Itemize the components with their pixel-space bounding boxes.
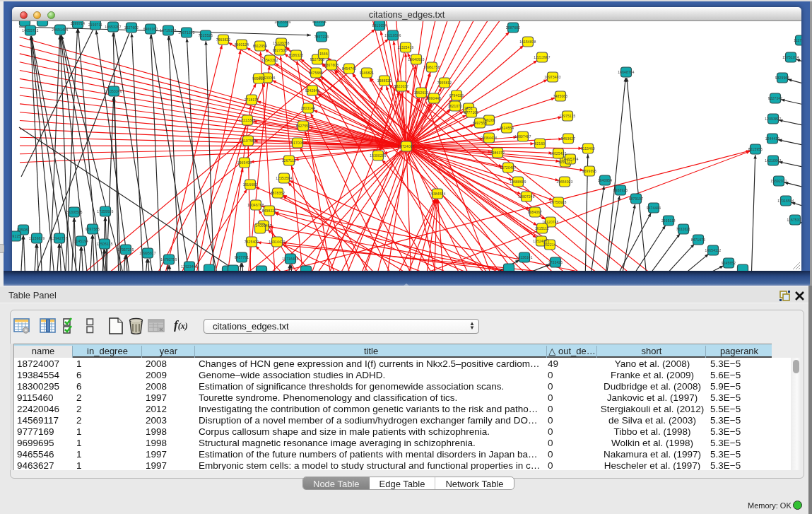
svg-text:14136141: 14136141 — [516, 256, 532, 259]
svg-text:1117334: 1117334 — [794, 39, 801, 42]
svg-text:8938923: 8938923 — [613, 189, 628, 192]
svg-text:10807487: 10807487 — [514, 135, 531, 139]
svg-text:7955812: 7955812 — [437, 81, 452, 85]
svg-text:917006: 917006 — [291, 141, 304, 145]
svg-text:20206505: 20206505 — [66, 211, 82, 214]
svg-text:10025433: 10025433 — [550, 152, 566, 156]
svg-text:12505135: 12505135 — [96, 243, 112, 246]
svg-text:6879197: 6879197 — [629, 197, 644, 201]
svg-text:15716485: 15716485 — [282, 257, 298, 261]
svg-text:8427552: 8427552 — [296, 124, 311, 128]
svg-text:3624554: 3624554 — [500, 127, 514, 130]
svg-text:835081: 835081 — [17, 228, 30, 232]
svg-text:9084067: 9084067 — [528, 211, 543, 214]
svg-text:39125: 39125 — [12, 235, 20, 238]
svg-text:9777169: 9777169 — [464, 111, 479, 115]
svg-text:16033809: 16033809 — [274, 21, 290, 24]
svg-text:12093822: 12093822 — [765, 117, 781, 121]
svg-text:9245652: 9245652 — [722, 262, 736, 265]
svg-text:12942757: 12942757 — [51, 237, 67, 240]
svg-text:7663822: 7663822 — [216, 38, 231, 42]
svg-text:8498222: 8498222 — [262, 209, 277, 213]
svg-text:11675317: 11675317 — [787, 218, 802, 222]
svg-text:1615112: 1615112 — [535, 227, 549, 230]
svg-text:2935114: 2935114 — [661, 219, 676, 223]
svg-text:15300205: 15300205 — [370, 154, 386, 158]
svg-text:14099489: 14099489 — [255, 224, 271, 228]
svg-text:14495794: 14495794 — [562, 158, 578, 161]
svg-text:12213967: 12213967 — [534, 56, 550, 59]
svg-text:18807249: 18807249 — [518, 195, 534, 199]
svg-text:16543382: 16543382 — [261, 59, 278, 62]
svg-text:10653267: 10653267 — [105, 25, 121, 29]
svg-text:2199711: 2199711 — [88, 23, 102, 27]
svg-text:1621072: 1621072 — [448, 105, 463, 108]
svg-text:6497568: 6497568 — [473, 122, 488, 125]
svg-text:9146821: 9146821 — [360, 71, 375, 75]
svg-text:16914479: 16914479 — [269, 240, 285, 244]
svg-text:7857224: 7857224 — [314, 35, 329, 39]
svg-text:1640954: 1640954 — [598, 179, 613, 182]
svg-text:16671355: 16671355 — [178, 31, 194, 35]
svg-text:62160: 62160 — [535, 142, 546, 146]
svg-text:2803144: 2803144 — [301, 107, 316, 110]
svg-text:9227342: 9227342 — [768, 97, 783, 100]
svg-text:10973493: 10973493 — [544, 76, 560, 79]
svg-text:16210643: 16210643 — [765, 159, 781, 163]
svg-text:16120746: 16120746 — [542, 221, 558, 224]
svg-text:8912954: 8912954 — [253, 45, 268, 48]
svg-text:8990448: 8990448 — [427, 97, 442, 100]
svg-text:8454749: 8454749 — [342, 67, 357, 71]
svg-text:9463627: 9463627 — [561, 137, 576, 141]
svg-text:9474444: 9474444 — [647, 206, 661, 210]
svg-text:1244419: 1244419 — [765, 137, 780, 141]
svg-text:5822037: 5822037 — [394, 85, 409, 88]
svg-text:8878352: 8878352 — [271, 192, 286, 195]
svg-text:10756928: 10756928 — [550, 201, 566, 204]
svg-text:12213369: 12213369 — [239, 119, 255, 122]
svg-text:19654923: 19654923 — [556, 180, 572, 184]
svg-text:17016504: 17016504 — [777, 199, 794, 203]
svg-text:9242848: 9242848 — [305, 89, 320, 93]
svg-text:11325419: 11325419 — [398, 46, 414, 49]
svg-text:9329966: 9329966 — [775, 76, 790, 80]
svg-text:2718176: 2718176 — [245, 98, 259, 102]
svg-text:8813054: 8813054 — [372, 24, 387, 28]
svg-text:9355602: 9355602 — [312, 21, 327, 23]
svg-text:7625402: 7625402 — [245, 240, 259, 244]
svg-text:17957255: 17957255 — [117, 248, 134, 252]
svg-text:16648784: 16648784 — [618, 71, 634, 74]
svg-text:9115460: 9115460 — [581, 147, 595, 151]
svg-text:16961758: 16961758 — [423, 66, 440, 69]
svg-text:18724007: 18724007 — [398, 145, 414, 148]
svg-text:19384554: 19384554 — [429, 192, 445, 196]
svg-text:7515526: 7515526 — [199, 34, 213, 37]
svg-text:10719155: 10719155 — [160, 29, 176, 33]
svg-text:1916682: 1916682 — [243, 183, 258, 187]
svg-text:2451: 2451 — [464, 107, 473, 110]
svg-text:19218506: 19218506 — [384, 34, 401, 37]
svg-text:2087682: 2087682 — [506, 26, 521, 30]
svg-text:7986372: 7986372 — [490, 151, 505, 155]
svg-text:8660124: 8660124 — [235, 43, 249, 47]
svg-text:16782759: 16782759 — [160, 258, 177, 262]
svg-text:6466160: 6466160 — [143, 28, 158, 31]
svg-text:10654112: 10654112 — [705, 249, 722, 252]
svg-text:3267110: 3267110 — [282, 159, 296, 163]
svg-text:7485063: 7485063 — [553, 95, 568, 98]
svg-text:9827506: 9827506 — [273, 49, 288, 52]
svg-text:1145194: 1145194 — [74, 240, 88, 243]
svg-text:2399714: 2399714 — [71, 22, 86, 25]
svg-text:17359926: 17359926 — [97, 210, 113, 214]
svg-text:15751074: 15751074 — [782, 56, 799, 59]
svg-text:8215955: 8215955 — [748, 148, 763, 151]
svg-text:2367608: 2367608 — [324, 64, 339, 67]
svg-text:1965493: 1965493 — [237, 161, 252, 165]
svg-text:10046768: 10046768 — [247, 204, 264, 207]
svg-text:1527602: 1527602 — [124, 26, 139, 30]
svg-text:15692971: 15692971 — [770, 180, 787, 183]
svg-text:1588520: 1588520 — [377, 79, 392, 83]
svg-text:252214: 252214 — [543, 243, 556, 247]
svg-text:16154838: 16154838 — [519, 40, 536, 44]
svg-text:21053346: 21053346 — [105, 90, 122, 93]
